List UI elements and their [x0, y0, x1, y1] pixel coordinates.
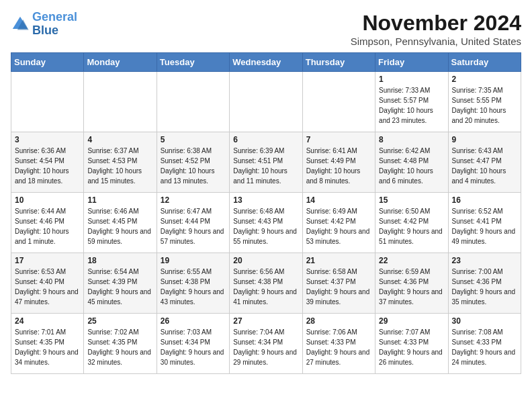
calendar-cell [302, 72, 375, 132]
day-info: Sunrise: 6:36 AM Sunset: 4:54 PM Dayligh… [15, 146, 80, 186]
day-number: 11 [87, 195, 152, 205]
calendar-body: 1Sunrise: 7:33 AM Sunset: 5:57 PM Daylig… [11, 72, 521, 374]
day-info: Sunrise: 6:55 AM Sunset: 4:38 PM Dayligh… [161, 267, 226, 307]
calendar-cell: 26Sunrise: 7:03 AM Sunset: 4:34 PM Dayli… [157, 314, 229, 374]
day-info: Sunrise: 6:47 AM Sunset: 4:44 PM Dayligh… [161, 206, 226, 246]
logo-icon [11, 15, 30, 34]
calendar-cell: 5Sunrise: 6:38 AM Sunset: 4:52 PM Daylig… [157, 132, 229, 193]
day-info: Sunrise: 7:00 AM Sunset: 4:36 PM Dayligh… [452, 267, 517, 307]
day-info: Sunrise: 6:58 AM Sunset: 4:37 PM Dayligh… [306, 267, 371, 307]
day-number: 5 [161, 135, 226, 144]
calendar-cell: 29Sunrise: 7:07 AM Sunset: 4:33 PM Dayli… [375, 314, 448, 374]
title-area: November 2024 Simpson, Pennsylvania, Uni… [351, 11, 521, 47]
day-info: Sunrise: 6:50 AM Sunset: 4:42 PM Dayligh… [379, 206, 444, 246]
day-info: Sunrise: 6:56 AM Sunset: 4:38 PM Dayligh… [233, 267, 298, 307]
day-info: Sunrise: 7:35 AM Sunset: 5:55 PM Dayligh… [452, 85, 517, 126]
day-number: 27 [233, 316, 298, 326]
calendar-cell: 19Sunrise: 6:55 AM Sunset: 4:38 PM Dayli… [157, 253, 229, 314]
week-row-2: 3Sunrise: 6:36 AM Sunset: 4:54 PM Daylig… [11, 132, 521, 193]
day-number: 18 [87, 256, 152, 265]
calendar-cell [230, 72, 302, 132]
day-number: 21 [306, 256, 371, 265]
week-row-4: 17Sunrise: 6:53 AM Sunset: 4:40 PM Dayli… [11, 253, 521, 314]
calendar-cell: 1Sunrise: 7:33 AM Sunset: 5:57 PM Daylig… [375, 72, 448, 132]
day-info: Sunrise: 6:54 AM Sunset: 4:39 PM Dayligh… [87, 267, 152, 307]
calendar-cell: 18Sunrise: 6:54 AM Sunset: 4:39 PM Dayli… [84, 253, 157, 314]
calendar-cell: 10Sunrise: 6:44 AM Sunset: 4:46 PM Dayli… [11, 193, 84, 253]
day-info: Sunrise: 6:42 AM Sunset: 4:48 PM Dayligh… [379, 146, 444, 186]
day-info: Sunrise: 6:43 AM Sunset: 4:47 PM Dayligh… [452, 146, 517, 186]
calendar-cell: 11Sunrise: 6:46 AM Sunset: 4:45 PM Dayli… [84, 193, 157, 253]
day-info: Sunrise: 6:38 AM Sunset: 4:52 PM Dayligh… [161, 146, 226, 186]
calendar-cell: 9Sunrise: 6:43 AM Sunset: 4:47 PM Daylig… [448, 132, 521, 193]
day-number: 15 [379, 195, 444, 205]
day-info: Sunrise: 6:59 AM Sunset: 4:36 PM Dayligh… [379, 267, 444, 307]
weekday-tuesday: Tuesday [157, 53, 229, 72]
calendar-cell: 7Sunrise: 6:41 AM Sunset: 4:49 PM Daylig… [302, 132, 375, 193]
day-number: 8 [379, 135, 444, 144]
day-number: 3 [15, 135, 80, 144]
week-row-3: 10Sunrise: 6:44 AM Sunset: 4:46 PM Dayli… [11, 193, 521, 253]
calendar-cell [157, 72, 229, 132]
day-number: 9 [452, 135, 517, 144]
day-info: Sunrise: 7:03 AM Sunset: 4:34 PM Dayligh… [161, 327, 226, 367]
day-number: 19 [161, 256, 226, 265]
page-header: General Blue November 2024 Simpson, Penn… [11, 11, 521, 47]
calendar-cell: 22Sunrise: 6:59 AM Sunset: 4:36 PM Dayli… [375, 253, 448, 314]
day-info: Sunrise: 7:04 AM Sunset: 4:34 PM Dayligh… [233, 327, 298, 367]
day-number: 2 [452, 75, 517, 84]
day-number: 10 [15, 195, 80, 205]
weekday-header-row: SundayMondayTuesdayWednesdayThursdayFrid… [11, 53, 521, 72]
day-info: Sunrise: 6:49 AM Sunset: 4:42 PM Dayligh… [306, 206, 371, 246]
day-info: Sunrise: 7:07 AM Sunset: 4:33 PM Dayligh… [379, 327, 444, 367]
day-number: 30 [452, 316, 517, 326]
day-number: 28 [306, 316, 371, 326]
day-info: Sunrise: 6:39 AM Sunset: 4:51 PM Dayligh… [233, 146, 298, 186]
day-number: 22 [379, 256, 444, 265]
day-info: Sunrise: 7:33 AM Sunset: 5:57 PM Dayligh… [379, 85, 444, 126]
calendar-cell: 21Sunrise: 6:58 AM Sunset: 4:37 PM Dayli… [302, 253, 375, 314]
calendar-cell: 6Sunrise: 6:39 AM Sunset: 4:51 PM Daylig… [230, 132, 302, 193]
day-info: Sunrise: 7:08 AM Sunset: 4:33 PM Dayligh… [452, 327, 517, 367]
weekday-wednesday: Wednesday [230, 53, 302, 72]
calendar-cell [11, 72, 84, 132]
calendar-cell: 16Sunrise: 6:52 AM Sunset: 4:41 PM Dayli… [448, 193, 521, 253]
logo-text: General Blue [32, 11, 77, 38]
calendar-cell: 28Sunrise: 7:06 AM Sunset: 4:33 PM Dayli… [302, 314, 375, 374]
day-number: 1 [379, 75, 444, 84]
day-number: 6 [233, 135, 298, 144]
day-number: 29 [379, 316, 444, 326]
calendar-cell: 3Sunrise: 6:36 AM Sunset: 4:54 PM Daylig… [11, 132, 84, 193]
weekday-friday: Friday [375, 53, 448, 72]
day-number: 12 [161, 195, 226, 205]
calendar-cell: 20Sunrise: 6:56 AM Sunset: 4:38 PM Dayli… [230, 253, 302, 314]
day-info: Sunrise: 6:41 AM Sunset: 4:49 PM Dayligh… [306, 146, 371, 186]
calendar-cell: 17Sunrise: 6:53 AM Sunset: 4:40 PM Dayli… [11, 253, 84, 314]
day-info: Sunrise: 6:53 AM Sunset: 4:40 PM Dayligh… [15, 267, 80, 307]
day-info: Sunrise: 6:46 AM Sunset: 4:45 PM Dayligh… [87, 206, 152, 246]
day-info: Sunrise: 6:37 AM Sunset: 4:53 PM Dayligh… [87, 146, 152, 186]
weekday-monday: Monday [84, 53, 157, 72]
day-number: 16 [452, 195, 517, 205]
calendar-cell: 23Sunrise: 7:00 AM Sunset: 4:36 PM Dayli… [448, 253, 521, 314]
calendar-cell: 4Sunrise: 6:37 AM Sunset: 4:53 PM Daylig… [84, 132, 157, 193]
calendar-cell: 27Sunrise: 7:04 AM Sunset: 4:34 PM Dayli… [230, 314, 302, 374]
day-number: 20 [233, 256, 298, 265]
calendar-cell: 12Sunrise: 6:47 AM Sunset: 4:44 PM Dayli… [157, 193, 229, 253]
calendar-cell: 25Sunrise: 7:02 AM Sunset: 4:35 PM Dayli… [84, 314, 157, 374]
day-number: 23 [452, 256, 517, 265]
day-number: 26 [161, 316, 226, 326]
day-number: 17 [15, 256, 80, 265]
day-number: 14 [306, 195, 371, 205]
calendar-header: SundayMondayTuesdayWednesdayThursdayFrid… [11, 53, 521, 72]
week-row-1: 1Sunrise: 7:33 AM Sunset: 5:57 PM Daylig… [11, 72, 521, 132]
day-number: 4 [87, 135, 152, 144]
day-number: 13 [233, 195, 298, 205]
weekday-sunday: Sunday [11, 53, 84, 72]
week-row-5: 24Sunrise: 7:01 AM Sunset: 4:35 PM Dayli… [11, 314, 521, 374]
day-number: 25 [87, 316, 152, 326]
day-number: 7 [306, 135, 371, 144]
month-title: November 2024 [351, 11, 521, 36]
calendar-cell: 24Sunrise: 7:01 AM Sunset: 4:35 PM Dayli… [11, 314, 84, 374]
location: Simpson, Pennsylvania, United States [351, 36, 521, 47]
